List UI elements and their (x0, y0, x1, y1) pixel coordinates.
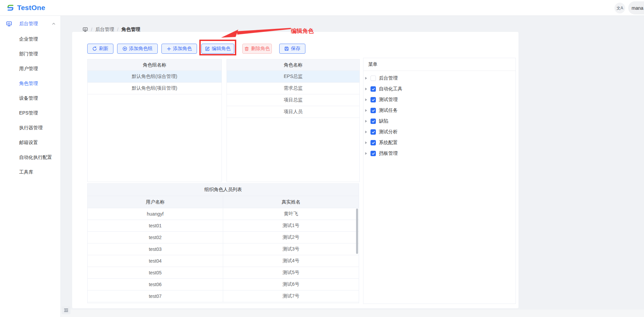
breadcrumb-separator: / (117, 27, 118, 32)
vertical-scrollbar-thumb[interactable] (356, 209, 358, 254)
caret-right-icon[interactable] (365, 77, 368, 80)
sidebar-item-label: 工具库 (19, 169, 33, 175)
member-row[interactable]: test03 测试3号 (88, 243, 359, 255)
refresh-button[interactable]: 刷新 (87, 44, 113, 54)
translate-icon[interactable]: 文A (614, 3, 625, 13)
role-group-row-selected[interactable]: 默认角色组(综合管理) (88, 71, 221, 83)
tree-item-defect[interactable]: 缺陷 (363, 116, 515, 127)
add-role-button[interactable]: 添加角色 (161, 44, 197, 54)
role-group-name: 默认角色组(综合管理) (132, 74, 177, 80)
checkbox-checked[interactable] (370, 151, 376, 156)
sidebar-item-label: 部门管理 (19, 51, 38, 57)
sidebar-item-device[interactable]: 设备管理 (0, 91, 60, 106)
caret-right-icon[interactable] (365, 98, 368, 101)
logo-text: TestOne (17, 4, 45, 12)
user-avatar[interactable]: mana (628, 1, 644, 14)
role-group-table: 角色组名称 默认角色组(综合管理) 默认角色组(项目管理) (87, 59, 222, 182)
monitor-icon (6, 21, 12, 27)
member-realname: 测试3号 (223, 243, 359, 255)
member-username: huangyf (88, 208, 223, 220)
app-logo[interactable]: TestOne (6, 3, 45, 12)
caret-right-icon[interactable] (365, 131, 368, 133)
circle-plus-icon (122, 46, 127, 51)
add-role-button-label: 添加角色 (173, 46, 192, 52)
checkbox-checked[interactable] (370, 129, 376, 135)
sidebar-item-executor[interactable]: 执行器管理 (0, 121, 60, 135)
checkbox-checked[interactable] (370, 86, 376, 92)
tree-item-system-config[interactable]: 系统配置 (363, 137, 515, 148)
add-role-group-button[interactable]: 添加角色组 (117, 44, 158, 54)
save-button-label: 保存 (291, 46, 300, 52)
checkbox-unchecked[interactable] (370, 76, 376, 81)
member-realname: 测试1号 (223, 220, 359, 231)
sidebar-item-toolbox[interactable]: 工具库 (0, 165, 60, 180)
sidebar-item-mailbox[interactable]: 邮箱设置 (0, 135, 60, 150)
top-navbar: TestOne 文A mana (0, 0, 644, 16)
breadcrumb-item-role: 角色管理 (121, 27, 140, 33)
member-username: test04 (88, 255, 223, 267)
sidebar-item-role[interactable]: 角色管理 (0, 76, 60, 91)
tree-item-label: 系统配置 (379, 140, 398, 146)
chevron-up-icon[interactable] (52, 22, 56, 26)
sidebar-item-label: 邮箱设置 (19, 140, 38, 146)
sidebar-group-backend[interactable]: 后台管理 (0, 16, 60, 32)
sidebar-item-label: 设备管理 (19, 95, 38, 101)
save-button[interactable]: 保存 (279, 44, 305, 54)
refresh-icon (92, 46, 97, 51)
role-group-row[interactable]: 默认角色组(项目管理) (88, 83, 221, 94)
plus-icon (167, 47, 171, 51)
tree-item-test-management[interactable]: 测试管理 (363, 94, 515, 105)
tree-item-test-analysis[interactable]: 测试分析 (363, 127, 515, 137)
checkbox-checked[interactable] (370, 140, 376, 145)
delete-role-button[interactable]: 删除角色 (242, 44, 272, 54)
edit-role-button[interactable]: 编辑角色 (201, 44, 234, 54)
role-row[interactable]: 项目人员 (227, 106, 359, 118)
member-row[interactable]: test04 测试4号 (88, 255, 359, 267)
sidebar-item-auto-exec-config[interactable]: 自动化执行配置 (0, 150, 60, 165)
checkbox-checked[interactable] (370, 119, 376, 124)
breadcrumb: / 后台管理 / 角色管理 (83, 27, 140, 33)
member-row[interactable]: test07 测试7号 (88, 290, 359, 302)
sidebar-item-department[interactable]: 部门管理 (0, 47, 60, 61)
edit-icon (205, 46, 210, 51)
role-row[interactable]: 项目总监 (227, 94, 359, 106)
sidebar-item-user[interactable]: 用户管理 (0, 61, 60, 76)
tree-item-test-task[interactable]: 测试任务 (363, 105, 515, 116)
tree-item-baffle-management[interactable]: 挡板管理 (363, 148, 515, 159)
member-realname: 黄叶飞 (223, 208, 359, 220)
edit-role-button-label: 编辑角色 (212, 46, 231, 52)
member-row[interactable]: test02 测试2号 (88, 232, 359, 243)
role-row-selected[interactable]: EPS总监 (227, 71, 359, 83)
tree-item-automation-tools[interactable]: 自动化工具 (363, 84, 515, 94)
role-name: 需求总监 (284, 85, 303, 91)
sidebar-item-label: 用户管理 (19, 66, 38, 72)
member-row[interactable]: test01 测试1号 (88, 220, 359, 232)
trash-icon (244, 46, 249, 51)
member-row[interactable]: test06 测试6号 (88, 279, 359, 290)
member-username: test05 (88, 267, 223, 278)
caret-right-icon[interactable] (365, 88, 368, 90)
caret-right-icon[interactable] (365, 109, 368, 112)
content-card: 刷新 添加角色组 添加角色 (72, 32, 518, 308)
logo-icon (6, 3, 15, 12)
caret-right-icon[interactable] (365, 120, 368, 123)
menu-permission-panel: 菜单 后台管理 自动化工具 测试管理 (363, 58, 516, 304)
member-username: test02 (88, 232, 223, 243)
member-row[interactable]: test05 测试5号 (88, 267, 359, 279)
menu-tree: 后台管理 自动化工具 测试管理 测试任务 (363, 71, 515, 159)
tree-item-label: 测试分析 (379, 129, 398, 135)
tree-item-backend[interactable]: 后台管理 (363, 73, 515, 84)
checkbox-checked[interactable] (370, 97, 376, 102)
sidebar-item-eps[interactable]: EPS管理 (0, 106, 60, 121)
user-name: mana (632, 5, 643, 11)
collapse-sidebar-button[interactable] (62, 306, 70, 314)
breadcrumb-item-backend[interactable]: 后台管理 (95, 27, 114, 33)
caret-right-icon[interactable] (365, 141, 368, 144)
sidebar-item-label: 角色管理 (19, 81, 38, 87)
role-row[interactable]: 需求总监 (227, 83, 359, 94)
sidebar-item-enterprise[interactable]: 企业管理 (0, 32, 60, 47)
checkbox-checked[interactable] (370, 108, 376, 113)
member-row[interactable]: huangyf 黄叶飞 (88, 208, 359, 220)
member-username: test01 (88, 220, 223, 231)
caret-right-icon[interactable] (365, 152, 368, 155)
